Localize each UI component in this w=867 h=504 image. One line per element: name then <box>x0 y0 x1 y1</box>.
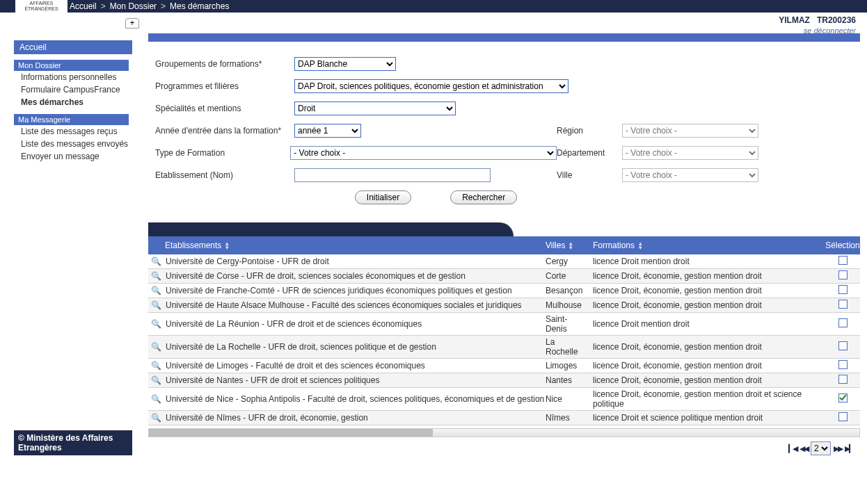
sidebar-item-msg-recus[interactable]: Liste des messages reçus <box>14 125 136 138</box>
cell-etablissement[interactable]: Université de Haute Alsace Mulhouse - Fa… <box>166 300 522 310</box>
table-row: 🔍Université de Nîmes - UFR de droit, éco… <box>148 411 860 425</box>
selection-checkbox[interactable] <box>838 285 848 294</box>
results-divider <box>148 222 860 236</box>
label-programmes: Programmes et filières <box>155 81 294 91</box>
select-region[interactable]: - Votre choix - <box>622 124 758 138</box>
label-type: Type de Formation <box>155 148 290 158</box>
user-strip: + YILMAZ TR200236 se déconnecter <box>0 13 867 33</box>
select-departement[interactable]: - Votre choix - <box>622 146 758 160</box>
cell-etablissement[interactable]: Université de Nice - Sophia Antipolis - … <box>166 394 544 404</box>
cell-ville: Besançon <box>546 286 589 295</box>
main-panel: Groupements de formations* DAP Blanche P… <box>141 33 867 504</box>
breadcrumb-home[interactable]: Accueil <box>70 1 97 11</box>
pager-first[interactable]: ▎◀ <box>788 444 797 453</box>
search-button[interactable]: Rechercher <box>450 190 517 204</box>
sidebar-item-msg-envoyes[interactable]: Liste des messages envoyés <box>14 138 136 150</box>
magnifier-icon[interactable]: 🔍 <box>151 361 161 371</box>
selection-checkbox[interactable] <box>838 393 848 403</box>
table-row: 🔍Université de La Rochelle - UFR de droi… <box>148 336 860 359</box>
sidebar-item-demarches[interactable]: Mes démarches <box>14 96 136 108</box>
cell-etablissement[interactable]: Université de La Rochelle - UFR de droit… <box>166 342 436 352</box>
magnifier-icon[interactable]: 🔍 <box>151 319 161 329</box>
cell-etablissement[interactable]: Université de Corse - UFR de droit, scie… <box>166 271 466 281</box>
sidebar-section-messagerie[interactable]: Ma Messagerie <box>14 114 129 125</box>
sort-icon[interactable] <box>639 241 642 250</box>
selection-checkbox[interactable] <box>838 270 848 279</box>
cell-ville: Nîmes <box>546 413 589 423</box>
magnifier-icon[interactable]: 🔍 <box>151 300 161 310</box>
magnifier-icon[interactable]: 🔍 <box>151 271 161 281</box>
col-villes[interactable]: Villes <box>546 241 565 250</box>
pager-next[interactable]: ▶▶ <box>834 444 842 453</box>
cell-ville: Saint-Denis <box>546 314 589 334</box>
cell-formation: licence Droit et science politique menti… <box>589 413 825 423</box>
cell-etablissement[interactable]: Université de Nantes - UFR de droit et s… <box>166 375 379 385</box>
cell-formation: licence Droit, économie, gestion mention… <box>589 271 825 281</box>
col-etablissements[interactable]: Etablissements <box>165 241 221 250</box>
select-groupements[interactable]: DAP Blanche <box>294 57 396 71</box>
magnifier-icon[interactable]: 🔍 <box>151 413 161 423</box>
select-annee[interactable]: année 1 <box>294 124 361 138</box>
cell-etablissement[interactable]: Université de Nîmes - UFR de droit, écon… <box>166 413 368 423</box>
selection-checkbox[interactable] <box>838 412 848 421</box>
magnifier-icon[interactable]: 🔍 <box>151 342 161 352</box>
label-region: Région <box>557 126 617 136</box>
select-specialites[interactable]: Droit <box>294 101 456 115</box>
table-row: 🔍Université de Franche-Comté - UFR de sc… <box>148 284 860 298</box>
selection-checkbox[interactable] <box>838 341 848 350</box>
table-row: 🔍Université de Cergy-Pontoise - UFR de d… <box>148 254 860 269</box>
cell-ville: Nice <box>546 394 589 404</box>
sidebar-section-dossier[interactable]: Mon Dossier <box>14 60 129 71</box>
selection-checkbox[interactable] <box>838 360 848 369</box>
results-header: Etablissements Villes Formations Sélecti… <box>148 236 860 254</box>
cell-etablissement[interactable]: Université de Limoges - Faculté de droit… <box>166 361 425 371</box>
label-ville: Ville <box>557 170 617 180</box>
init-button[interactable]: Initialiser <box>355 190 411 204</box>
magnifier-icon[interactable]: 🔍 <box>151 286 161 295</box>
sidebar-item-msg-envoyer[interactable]: Envoyer un message <box>14 150 136 163</box>
select-ville[interactable]: - Votre choix - <box>622 168 758 182</box>
cell-formation: licence Droit mention droit <box>589 319 825 329</box>
select-type[interactable]: - Votre choix - <box>290 146 557 160</box>
label-specialites: Spécialités et mentions <box>155 104 294 113</box>
pager-last[interactable]: ▶▎ <box>845 444 853 453</box>
search-form: Groupements de formations* DAP Blanche P… <box>148 53 860 217</box>
pager: ▎◀ ◀◀ 2 ▶▶ ▶▎ <box>148 437 860 455</box>
col-formations[interactable]: Formations <box>593 241 635 250</box>
sort-icon[interactable] <box>225 241 229 250</box>
cell-ville: Mulhouse <box>546 300 589 310</box>
sidebar-item-info-perso[interactable]: Informations personnelles <box>14 71 136 83</box>
cell-formation: licence Droit, économie, gestion mention… <box>589 361 825 371</box>
label-groupements: Groupements de formations* <box>155 59 294 69</box>
select-programmes[interactable]: DAP Droit, sciences politiques, économie… <box>294 79 568 93</box>
add-tab-button[interactable]: + <box>125 18 139 29</box>
section-band <box>148 33 860 42</box>
cell-etablissement[interactable]: Université de Cergy-Pontoise - UFR de dr… <box>166 257 329 266</box>
cell-etablissement[interactable]: Université de La Réunion - UFR de droit … <box>166 319 422 329</box>
ministry-logo: DES AFFAIRES ÉTRANGÈRES ET EUROPÉENNES <box>15 0 67 13</box>
horizontal-scrollbar[interactable] <box>148 428 860 437</box>
pager-page-select[interactable]: 2 <box>811 441 831 455</box>
selection-checkbox[interactable] <box>838 375 848 384</box>
sort-icon[interactable] <box>569 241 573 250</box>
table-row: 🔍Université de Haute Alsace Mulhouse - F… <box>148 298 860 313</box>
magnifier-icon[interactable]: 🔍 <box>151 257 161 266</box>
label-annee: Année d'entrée dans la formation* <box>155 126 294 136</box>
selection-checkbox[interactable] <box>838 256 848 265</box>
pager-prev[interactable]: ◀◀ <box>800 444 808 453</box>
cell-ville: La Rochelle <box>546 337 589 357</box>
input-etablissement[interactable] <box>294 168 491 182</box>
table-row: 🔍Université de La Réunion - UFR de droit… <box>148 313 860 336</box>
sidebar-item-formulaire[interactable]: Formulaire CampusFrance <box>14 83 136 96</box>
sidebar-home[interactable]: Accueil <box>14 40 132 54</box>
selection-checkbox[interactable] <box>838 300 848 309</box>
magnifier-icon[interactable]: 🔍 <box>151 375 161 385</box>
breadcrumb-dossier[interactable]: Mon Dossier <box>110 1 157 11</box>
cell-etablissement[interactable]: Université de Franche-Comté - UFR de sci… <box>166 286 512 295</box>
cell-ville: Nantes <box>546 375 589 385</box>
col-selection: Sélection <box>825 241 859 250</box>
selection-checkbox[interactable] <box>838 318 848 327</box>
magnifier-icon[interactable]: 🔍 <box>151 394 161 404</box>
cell-formation: licence Droit, économie, gestion mention… <box>589 389 825 409</box>
cell-ville: Cergy <box>546 257 589 266</box>
